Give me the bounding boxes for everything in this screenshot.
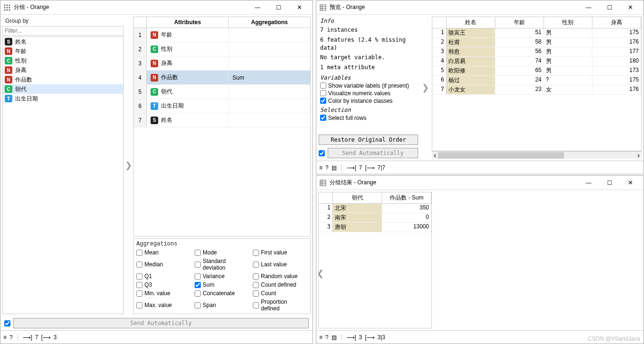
table-row[interactable]: 6 杨过 24 ? 175 bbox=[432, 76, 641, 85]
agg-checkbox[interactable]: Mode bbox=[195, 249, 249, 256]
send-auto-checkbox[interactable] bbox=[4, 320, 10, 326]
close-button[interactable] bbox=[620, 176, 641, 190]
help-icon[interactable]: ? bbox=[325, 164, 329, 171]
agg-checkbox[interactable]: Q3 bbox=[136, 281, 191, 288]
var-row[interactable]: S姓名 bbox=[3, 37, 123, 46]
attr-row[interactable]: 1 N年龄 bbox=[134, 28, 310, 42]
min-button[interactable] bbox=[578, 176, 599, 190]
var-name: 身高 bbox=[15, 66, 27, 74]
min-button[interactable] bbox=[578, 1, 599, 14]
doc-icon[interactable]: ▤ bbox=[331, 164, 337, 171]
table-row[interactable]: 2 杜甫 58 男 176 bbox=[432, 38, 641, 47]
type-badge-icon: S bbox=[151, 117, 158, 124]
var-row[interactable]: N身高 bbox=[3, 65, 123, 75]
in-icon: ⟶] bbox=[347, 164, 356, 171]
var-row[interactable]: C性别 bbox=[3, 56, 123, 65]
cb-visualize[interactable]: Visualize numeric values bbox=[317, 90, 420, 97]
agg-checkbox[interactable]: Count bbox=[253, 290, 307, 297]
help-icon[interactable]: ? bbox=[325, 334, 329, 341]
agg-checkbox[interactable]: Min. value bbox=[136, 290, 191, 297]
max-button[interactable] bbox=[599, 1, 620, 14]
h-scrollbar[interactable]: ‹ › bbox=[432, 151, 642, 159]
cb-color[interactable]: Color by instance classes bbox=[317, 97, 420, 105]
agg-checkbox[interactable]: Span bbox=[195, 299, 249, 312]
agg-checkbox[interactable]: Random value bbox=[253, 273, 307, 280]
agg-checkbox[interactable]: Proportion defined bbox=[253, 299, 307, 312]
attr-row[interactable]: 3 N身高 bbox=[134, 56, 310, 71]
table-icon bbox=[319, 179, 327, 187]
attribute-table[interactable]: Attributes Aggregations 1 N年龄 2 C性别 3 N身… bbox=[133, 17, 311, 236]
attr-row[interactable]: 6 T出生日期 bbox=[134, 99, 310, 113]
variable-list[interactable]: S姓名N年龄C性别N身高N作品数C朝代T出生日期 bbox=[2, 36, 124, 314]
table-row[interactable]: 7 小龙女 23 女 176 bbox=[432, 85, 641, 95]
menu-icon[interactable]: ≡ bbox=[319, 164, 322, 171]
col-header[interactable]: 作品数 - Sum bbox=[382, 192, 431, 203]
var-row[interactable]: C朝代 bbox=[3, 84, 123, 94]
min-button[interactable] bbox=[247, 1, 268, 14]
agg-checkbox[interactable]: Q1 bbox=[136, 273, 191, 280]
attr-row[interactable]: 2 C性别 bbox=[134, 42, 310, 56]
filter-input[interactable] bbox=[2, 26, 124, 36]
col-header[interactable]: 姓名 bbox=[447, 17, 495, 28]
help-icon[interactable]: ? bbox=[9, 334, 13, 341]
table-row[interactable]: 3 韩愈 56 男 177 bbox=[432, 47, 641, 57]
close-button[interactable] bbox=[620, 1, 641, 14]
table-row[interactable]: 4 白居易 74 男 180 bbox=[432, 57, 641, 66]
type-badge-icon: N bbox=[5, 47, 12, 55]
in-icon: ⟶] bbox=[23, 334, 32, 341]
out-icon: [⟶ bbox=[41, 334, 51, 341]
type-badge-icon: N bbox=[151, 74, 158, 81]
watermark: CSDN @VSandJava bbox=[588, 335, 640, 342]
agg-checkbox[interactable]: Median bbox=[136, 258, 191, 271]
agg-checkbox[interactable]: Count defined bbox=[253, 281, 307, 288]
send-auto-checkbox[interactable] bbox=[319, 150, 325, 156]
max-button[interactable] bbox=[599, 176, 620, 190]
table-row[interactable]: 2 南宋 0 bbox=[319, 213, 431, 223]
cb-select-full[interactable]: Select full rows bbox=[317, 114, 420, 122]
table-row[interactable]: 5 欧阳修 65 男 173 bbox=[432, 66, 641, 76]
send-auto-button[interactable]: Send Automatically bbox=[13, 318, 309, 328]
groupby-statusbar: ≡ ? ⟶] 7 [⟶ 3 bbox=[0, 330, 313, 344]
svg-point-4 bbox=[7, 7, 8, 8]
type-badge-icon: S bbox=[5, 38, 12, 45]
max-button[interactable] bbox=[268, 1, 289, 14]
agg-checkbox[interactable]: Concatenate bbox=[195, 290, 249, 297]
attr-agg: Sum bbox=[229, 71, 310, 84]
result-data-table[interactable]: 朝代作品数 - Sum 1 北宋 3502 南宋 03 唐朝 13000 bbox=[318, 192, 432, 328]
attr-agg bbox=[229, 99, 310, 113]
restore-order-button[interactable]: Restore Original Order bbox=[319, 135, 418, 145]
col-header[interactable]: 朝代 bbox=[333, 192, 382, 203]
col-header[interactable]: 年龄 bbox=[495, 17, 544, 28]
agg-checkbox[interactable]: Standard deviation bbox=[195, 258, 249, 271]
attr-row[interactable]: 4 N作品数 Sum bbox=[134, 71, 310, 85]
col-header[interactable]: 身高 bbox=[592, 17, 641, 28]
col-header[interactable]: 性别 bbox=[544, 17, 593, 28]
menu-icon[interactable]: ≡ bbox=[319, 334, 322, 341]
doc-icon[interactable]: ▤ bbox=[331, 334, 337, 341]
agg-checkbox[interactable]: Last value bbox=[253, 258, 307, 271]
attr-row[interactable]: 7 S姓名 bbox=[134, 113, 310, 127]
var-row[interactable]: N作品数 bbox=[3, 75, 123, 84]
agg-checkbox[interactable]: Max. value bbox=[136, 299, 191, 312]
svg-point-7 bbox=[7, 9, 8, 10]
agg-checkbox[interactable]: Mean bbox=[136, 249, 191, 256]
table-row[interactable]: 1 北宋 350 bbox=[319, 204, 431, 213]
close-button[interactable] bbox=[289, 1, 310, 14]
table-row[interactable]: 3 唐朝 13000 bbox=[319, 223, 431, 232]
table-row[interactable]: 1 骆宾王 51 男 175 bbox=[432, 28, 641, 38]
send-auto-button[interactable]: Send Automatically bbox=[328, 148, 418, 158]
preview-data-table[interactable]: 姓名年龄性别身高 1 骆宾王 51 男 1752 杜甫 58 男 1763 韩愈… bbox=[432, 17, 642, 151]
row-index: 3 bbox=[134, 56, 147, 70]
var-row[interactable]: N年龄 bbox=[3, 46, 123, 56]
var-row[interactable]: T出生日期 bbox=[3, 94, 123, 103]
agg-checkbox[interactable]: Variance bbox=[195, 273, 249, 280]
type-badge-icon: C bbox=[5, 85, 12, 93]
cb-show-labels[interactable]: Show variable labels (if present) bbox=[317, 82, 420, 90]
preview-titlebar: 预览 - Orange bbox=[316, 0, 644, 15]
agg-checkbox[interactable]: Sum bbox=[195, 281, 249, 288]
menu-icon[interactable]: ≡ bbox=[3, 334, 7, 341]
agg-checkbox[interactable]: First value bbox=[253, 249, 307, 256]
status-out: 7|7 bbox=[377, 164, 385, 171]
attr-row[interactable]: 5 C朝代 bbox=[134, 85, 310, 99]
arrow-right-icon: ❯ bbox=[124, 17, 133, 314]
